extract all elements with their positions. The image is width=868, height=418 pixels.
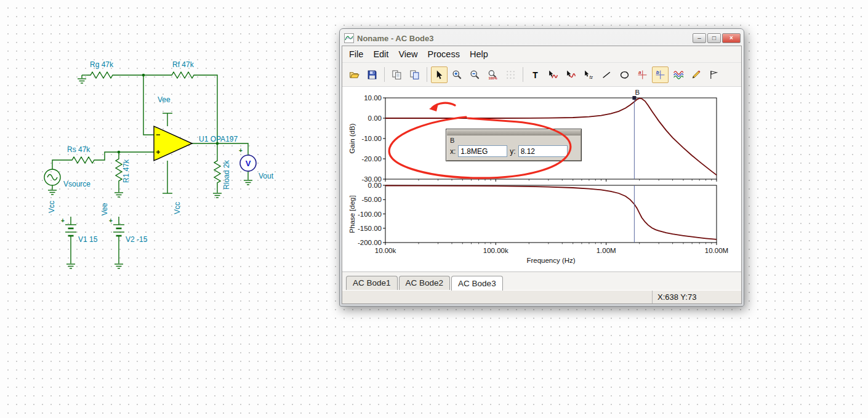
label-v1: V1 15 xyxy=(78,235,98,244)
autoscale-tool-button[interactable]: fz xyxy=(581,66,597,83)
menu-help[interactable]: Help xyxy=(465,48,492,60)
statusbar-left xyxy=(342,291,653,303)
resistor-rf xyxy=(169,72,197,78)
tab-ac-bode2[interactable]: AC Bode2 xyxy=(399,276,451,290)
y-axis-label: Phase [deg] xyxy=(348,195,356,233)
cursor-panel-title: B xyxy=(446,136,581,144)
waves-icon xyxy=(673,70,683,80)
zoom-in-button[interactable] xyxy=(449,66,465,83)
tab-ac-bode1[interactable]: AC Bode1 xyxy=(346,276,398,290)
svg-text:-10.00: -10.00 xyxy=(361,135,382,142)
zoom-100-icon: 100% xyxy=(488,70,498,80)
label-u1: U1 OPA197 xyxy=(199,135,238,143)
text-icon: T xyxy=(530,70,540,80)
svg-text:-20.00: -20.00 xyxy=(361,155,382,163)
grid-icon xyxy=(505,70,516,80)
label-v2: V2 -15 xyxy=(126,235,148,244)
minimize-button[interactable]: – xyxy=(693,33,706,43)
zoom-in-icon xyxy=(452,70,462,80)
svg-text:-100.00: -100.00 xyxy=(358,211,382,218)
label-rf: Rf 47k xyxy=(172,60,195,69)
copy-special-button[interactable] xyxy=(406,66,423,83)
grid-toggle-button xyxy=(502,66,519,83)
text-tool-button[interactable]: T xyxy=(527,66,544,83)
bode-window: Noname - AC Bode3 –□× File Edit View Pro… xyxy=(339,28,744,307)
ellipse-tool-button[interactable] xyxy=(616,66,633,83)
cursor-a-tool-button[interactable] xyxy=(545,66,561,83)
plot-area[interactable]: 10.000.00-10.00-20.00-30.00BGain (dB)0.0… xyxy=(342,89,737,271)
label-vsource: Vsource xyxy=(63,180,90,188)
toolbar: 100%Tfzab xyxy=(342,63,741,87)
crosshair-b-icon: b xyxy=(655,70,665,80)
label-vcc-left: Vcc xyxy=(47,201,56,213)
titlebar[interactable]: Noname - AC Bode3 –□× xyxy=(342,31,742,46)
paste-icon xyxy=(409,70,420,80)
schematic[interactable]: V + + + Rg 47k Rf 47k Vee Rs 47k U1 OPA1… xyxy=(0,0,345,295)
x-axis-label: Frequency (Hz) xyxy=(526,257,575,264)
ellipse-icon xyxy=(619,70,630,80)
curves-dialog-button[interactable] xyxy=(670,66,686,83)
svg-text:10.00: 10.00 xyxy=(364,94,382,102)
cursor-y-input[interactable] xyxy=(518,145,568,157)
pointer-tool-button[interactable] xyxy=(431,66,448,83)
legend-flag-button[interactable] xyxy=(705,66,722,83)
cursor-label: B xyxy=(635,89,640,96)
svg-text:0.00: 0.00 xyxy=(368,182,382,189)
marker-b-button[interactable]: b xyxy=(652,66,669,83)
toolbar-separator xyxy=(427,67,427,82)
toolbar-separator xyxy=(523,67,523,82)
battery-v1-plus: + xyxy=(61,217,65,224)
cursor-panel-grip[interactable] xyxy=(447,130,581,135)
cursor-curve-icon xyxy=(548,70,558,80)
close-button[interactable]: × xyxy=(722,33,741,43)
statusbar: X:638 Y:73 xyxy=(342,290,741,303)
label-rg: Rg 47k xyxy=(90,60,114,69)
folder-open-icon xyxy=(349,70,360,80)
line-tool-button[interactable] xyxy=(598,66,615,83)
window-controls: –□× xyxy=(691,33,741,43)
voltmeter-plus: + xyxy=(239,147,243,154)
cursor-axis-icon: fz xyxy=(584,70,594,80)
marker-a-button[interactable]: a xyxy=(634,66,651,83)
open-button[interactable] xyxy=(346,66,363,83)
resistor-rload xyxy=(214,159,220,186)
svg-text:-50.00: -50.00 xyxy=(361,196,382,203)
floppy-icon xyxy=(367,70,377,80)
svg-text:10.00M: 10.00M xyxy=(705,247,728,254)
copy-button[interactable] xyxy=(388,66,405,83)
window-icon xyxy=(344,33,354,43)
cursor-b-tool-button[interactable] xyxy=(563,66,579,83)
copy-icon xyxy=(392,70,402,80)
menu-file[interactable]: File xyxy=(345,48,368,60)
battery-v2-plus: + xyxy=(109,217,113,224)
tab-bar: AC Bode1AC Bode2AC Bode3 xyxy=(342,271,741,290)
cursor-curve-alt-icon xyxy=(566,70,576,80)
resistor-r1 xyxy=(116,157,122,184)
maximize-button[interactable]: □ xyxy=(707,33,721,43)
label-vee-mid: Vee xyxy=(100,203,109,215)
annotation-pen-button[interactable] xyxy=(688,66,704,83)
menu-process[interactable]: Process xyxy=(424,48,464,60)
flag-icon xyxy=(709,70,719,80)
window-title: Noname - AC Bode3 xyxy=(357,34,691,43)
cursor-handle xyxy=(632,96,636,100)
cursor-x-input[interactable] xyxy=(458,145,507,157)
tab-ac-bode3[interactable]: AC Bode3 xyxy=(451,276,503,291)
svg-text:0.00: 0.00 xyxy=(368,115,382,122)
resistor-rg xyxy=(87,72,116,78)
schematic-editor-canvas[interactable]: { "schematic": { "labels": { "rg": "Rg 4… xyxy=(0,0,868,418)
menu-view[interactable]: View xyxy=(394,48,422,60)
label-rload: Rload 2k xyxy=(222,159,231,189)
svg-text:-150.00: -150.00 xyxy=(358,225,382,232)
svg-text:fz: fz xyxy=(590,74,593,79)
opamp-symbol[interactable] xyxy=(154,126,192,161)
toolbar-separator xyxy=(384,67,385,82)
save-button[interactable] xyxy=(364,66,380,83)
menu-edit[interactable]: Edit xyxy=(369,48,393,60)
menubar: File Edit View Process Help xyxy=(342,46,741,63)
cursor-y-label: y: xyxy=(510,147,515,156)
zoom-100-button[interactable]: 100% xyxy=(484,66,501,83)
zoom-out-button[interactable] xyxy=(467,66,483,83)
y-axis-label: Gain (dB) xyxy=(348,123,356,153)
svg-text:b: b xyxy=(656,70,659,75)
